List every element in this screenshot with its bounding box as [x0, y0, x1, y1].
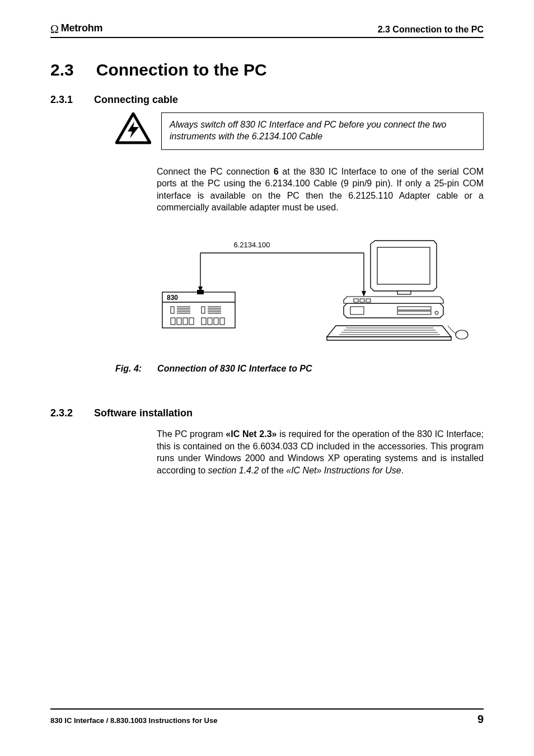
svg-rect-40 [397, 307, 431, 310]
svg-marker-6 [362, 291, 366, 297]
subsection-1-heading: 2.3.1 Connecting cable [50, 94, 484, 106]
p2-c: of the [259, 466, 286, 475]
subsection-2-title: Software installation [94, 407, 193, 419]
subsection-2-number: 2.3.2 [50, 407, 73, 419]
page-header: Ω Metrohm 2.3 Connection to the PC [50, 22, 484, 38]
page: Ω Metrohm 2.3 Connection to the PC 2.3 C… [0, 0, 534, 756]
section-number: 2.3 [50, 60, 74, 79]
svg-point-48 [456, 330, 468, 339]
subsection-1-number: 2.3.1 [50, 94, 73, 106]
warning-box: Always switch off 830 IC Interface and P… [161, 112, 484, 150]
footer-doc-title: 830 IC Interface / 8.830.1003 Instructio… [50, 716, 217, 725]
p1-bold-6: 6 [274, 167, 279, 176]
subsection-2-paragraph: The PC program «IC Net 2.3» is required … [157, 428, 484, 476]
figure-device-label: 830 [167, 294, 178, 302]
figure-caption: Fig. 4: Connection of 830 IC Interface t… [115, 364, 484, 374]
p2-a: The PC program [157, 429, 226, 439]
brand-logo: Ω Metrohm [50, 22, 102, 34]
p2-bold: «IC Net 2.3» [226, 429, 277, 439]
svg-rect-31 [397, 291, 411, 294]
subsection-1-paragraph: Connect the PC connection 6 at the 830 I… [157, 166, 484, 214]
svg-rect-43 [350, 307, 364, 314]
section-heading: 2.3 Connection to the PC [50, 60, 484, 79]
p2-ital1: section 1.4.2 [208, 466, 259, 475]
figure-830-device: 830 [162, 290, 235, 328]
p2-d: . [401, 466, 404, 475]
figure-pc [327, 241, 468, 340]
subsection-1-body: Connect the PC connection 6 at the 830 I… [157, 166, 484, 214]
subsection-2-heading: 2.3.2 Software installation [50, 407, 484, 419]
svg-rect-30 [377, 247, 430, 284]
svg-rect-39 [366, 299, 371, 302]
warning-text: Always switch off 830 IC Interface and P… [170, 120, 446, 142]
warning-icon [115, 112, 151, 145]
svg-marker-1 [128, 121, 139, 138]
svg-rect-37 [354, 299, 358, 302]
svg-rect-38 [360, 299, 364, 302]
page-footer: 830 IC Interface / 8.830.1003 Instructio… [50, 708, 484, 726]
warning-row: Always switch off 830 IC Interface and P… [115, 112, 484, 150]
figure-cable-label: 6.2134.100 [233, 241, 270, 249]
svg-rect-41 [397, 311, 431, 314]
p2-ital2: «IC Net» Instructions for Use [286, 466, 401, 475]
p1-text-a: Connect the PC connection [157, 167, 274, 176]
subsection-1-title: Connecting cable [94, 94, 178, 106]
footer-page-number: 9 [477, 713, 484, 726]
brand-omega-icon: Ω [50, 24, 59, 35]
figure-caption-text: Connection of 830 IC Interface to PC [157, 364, 312, 374]
figure-4: 6.2134.100 830 [157, 236, 484, 356]
section-title: Connection to the PC [96, 60, 267, 79]
svg-rect-29 [197, 290, 204, 294]
figure-4-svg: 6.2134.100 830 [157, 236, 470, 354]
brand-name: Metrohm [61, 22, 103, 34]
subsection-2-body: The PC program «IC Net 2.3» is required … [157, 428, 484, 476]
header-section-label: 2.3 Connection to the PC [378, 25, 484, 35]
figure-caption-label: Fig. 4: [115, 364, 142, 374]
